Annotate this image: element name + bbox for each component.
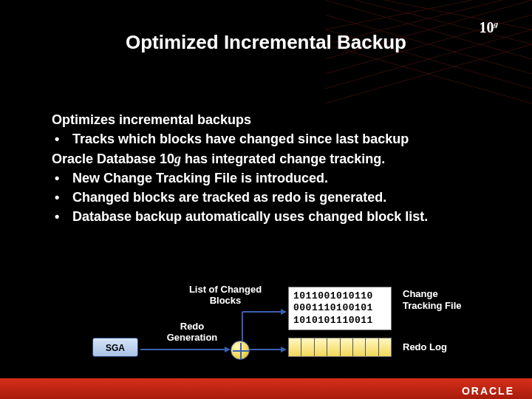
arrow-ctwr-to-redolog [248,344,290,355]
ctf-row: 1010101110011 [293,315,386,327]
slide-body: Optimizes incremental backups Tracks whi… [52,111,488,228]
version-suffix: g [494,19,499,28]
redo-log-label: Redo Log [403,341,447,353]
sga-box: SGA [92,338,138,357]
change-tracking-file-label: Change Tracking File [403,288,469,311]
slide-title: Optimized Incremental Backup [0,31,532,54]
svg-line-11 [325,0,473,30]
bullet-item: Changed blocks are tracked as redo is ge… [72,188,488,206]
lead2-g: g [174,151,181,166]
oracle-logo: ORACLE [462,385,514,397]
redo-log-box [288,338,392,357]
svg-marker-16 [281,347,287,352]
arrow-ctwr-to-ctf [238,304,290,346]
bullet-item: Database backup automatically uses chang… [72,208,488,225]
svg-marker-14 [281,309,287,315]
diagram: SGA List of Changed Blocks Redo Generati… [52,282,495,371]
arrow-sga-to-ctwr [139,344,232,355]
lead2-post: has integrated change tracking. [181,151,385,166]
change-tracking-file-box: 1011001010110 0001110100101 101010111001… [288,287,392,330]
bullet-item: New Change Tracking File is introduced. [72,169,488,187]
lead-text-1: Optimizes incremental backups [52,111,488,129]
bullet-item: Tracks which blocks have changed since l… [72,130,488,148]
bullet-list-1: Tracks which blocks have changed since l… [52,130,488,148]
redo-generation-label: Redo Generation [155,321,229,343]
lead2-pre: Oracle Database 10 [52,151,174,166]
bullet-list-2: New Change Tracking File is introduced. … [52,169,488,226]
ctf-row: 0001110100101 [293,302,386,314]
lead-text-2: Oracle Database 10g has integrated chang… [52,150,488,168]
slide: 10g Optimized Incremental Backup Optimiz… [0,0,532,399]
list-changed-blocks-label: List of Changed Blocks [174,284,277,306]
footer-bar: ORACLE [0,378,532,399]
svg-line-5 [384,0,532,30]
ctf-row: 1011001010110 [293,290,386,302]
svg-marker-18 [225,347,231,352]
